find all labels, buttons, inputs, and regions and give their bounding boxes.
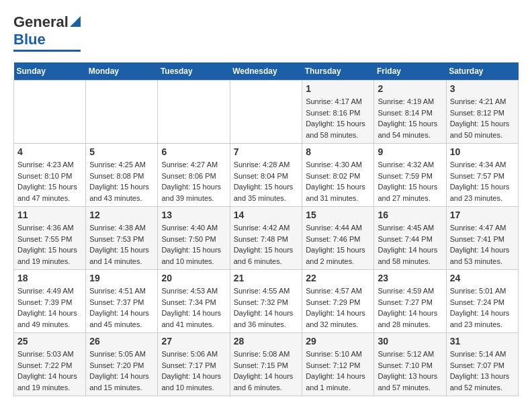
calendar-cell: 4Sunrise: 4:23 AMSunset: 8:10 PMDaylight… <box>14 144 86 207</box>
day-number: 23 <box>378 273 442 283</box>
day-number: 3 <box>450 83 515 94</box>
day-number: 20 <box>161 273 226 283</box>
day-number: 7 <box>234 146 299 157</box>
day-number: 16 <box>378 210 442 220</box>
calendar-week-4: 18Sunrise: 4:49 AMSunset: 7:39 PMDayligh… <box>14 270 519 333</box>
day-info: Sunrise: 4:21 AMSunset: 8:12 PMDaylight:… <box>450 96 515 140</box>
calendar-week-5: 25Sunrise: 5:03 AMSunset: 7:22 PMDayligh… <box>14 333 519 396</box>
header-cell-sunday: Sunday <box>14 62 86 81</box>
day-info: Sunrise: 4:55 AMSunset: 7:32 PMDaylight:… <box>234 285 299 330</box>
day-info: Sunrise: 4:45 AMSunset: 7:44 PMDaylight:… <box>378 222 442 267</box>
day-number: 31 <box>450 336 515 347</box>
calendar-cell: 8Sunrise: 4:30 AMSunset: 8:02 PMDaylight… <box>302 144 374 207</box>
day-number: 14 <box>234 210 299 220</box>
calendar-cell: 28Sunrise: 5:08 AMSunset: 7:15 PMDayligh… <box>230 333 302 396</box>
calendar-cell: 7Sunrise: 4:28 AMSunset: 8:04 PMDaylight… <box>230 144 302 207</box>
day-info: Sunrise: 4:34 AMSunset: 7:57 PMDaylight:… <box>450 159 515 203</box>
calendar-cell <box>158 81 230 144</box>
calendar-week-2: 4Sunrise: 4:23 AMSunset: 8:10 PMDaylight… <box>14 144 519 207</box>
calendar-cell: 21Sunrise: 4:55 AMSunset: 7:32 PMDayligh… <box>230 270 302 333</box>
day-number: 17 <box>450 210 515 220</box>
calendar-cell <box>14 81 86 144</box>
calendar-cell: 17Sunrise: 4:47 AMSunset: 7:41 PMDayligh… <box>446 207 518 270</box>
day-info: Sunrise: 4:23 AMSunset: 8:10 PMDaylight:… <box>17 159 82 203</box>
day-info: Sunrise: 4:38 AMSunset: 7:53 PMDaylight:… <box>89 222 154 267</box>
calendar-cell: 26Sunrise: 5:05 AMSunset: 7:20 PMDayligh… <box>86 333 158 396</box>
calendar-cell: 27Sunrise: 5:06 AMSunset: 7:17 PMDayligh… <box>158 333 230 396</box>
day-info: Sunrise: 4:36 AMSunset: 7:55 PMDaylight:… <box>17 222 82 267</box>
calendar-cell: 9Sunrise: 4:32 AMSunset: 7:59 PMDaylight… <box>374 144 446 207</box>
header-cell-saturday: Saturday <box>446 62 518 81</box>
day-number: 13 <box>161 210 226 220</box>
day-number: 1 <box>306 83 370 94</box>
calendar-cell: 29Sunrise: 5:10 AMSunset: 7:12 PMDayligh… <box>302 333 374 396</box>
day-info: Sunrise: 5:10 AMSunset: 7:12 PMDaylight:… <box>306 349 370 393</box>
header-row: SundayMondayTuesdayWednesdayThursdayFrid… <box>14 62 519 81</box>
day-number: 25 <box>17 336 82 347</box>
calendar-cell: 22Sunrise: 4:57 AMSunset: 7:29 PMDayligh… <box>302 270 374 333</box>
day-number: 2 <box>378 83 442 94</box>
day-number: 30 <box>378 336 442 347</box>
logo-underline <box>13 50 81 52</box>
logo: General Blue <box>13 13 81 52</box>
day-number: 6 <box>161 146 226 157</box>
logo-blue: Blue <box>13 31 46 48</box>
day-number: 9 <box>378 146 442 157</box>
calendar-cell: 24Sunrise: 5:01 AMSunset: 7:24 PMDayligh… <box>446 270 518 333</box>
day-info: Sunrise: 4:32 AMSunset: 7:59 PMDaylight:… <box>378 159 442 203</box>
day-number: 8 <box>306 146 370 157</box>
day-info: Sunrise: 4:27 AMSunset: 8:06 PMDaylight:… <box>161 159 226 203</box>
day-info: Sunrise: 4:49 AMSunset: 7:39 PMDaylight:… <box>17 285 82 330</box>
day-number: 12 <box>89 210 154 220</box>
day-number: 11 <box>17 210 82 220</box>
day-number: 29 <box>306 336 370 347</box>
header-cell-tuesday: Tuesday <box>158 62 230 81</box>
day-number: 10 <box>450 146 515 157</box>
calendar-cell: 23Sunrise: 4:59 AMSunset: 7:27 PMDayligh… <box>374 270 446 333</box>
calendar-cell: 10Sunrise: 4:34 AMSunset: 7:57 PMDayligh… <box>446 144 518 207</box>
svg-marker-0 <box>70 16 81 27</box>
page-header: General Blue <box>13 13 519 52</box>
calendar-cell: 2Sunrise: 4:19 AMSunset: 8:14 PMDaylight… <box>374 81 446 144</box>
day-info: Sunrise: 5:08 AMSunset: 7:15 PMDaylight:… <box>234 349 299 393</box>
header-cell-wednesday: Wednesday <box>230 62 302 81</box>
day-info: Sunrise: 5:05 AMSunset: 7:20 PMDaylight:… <box>89 349 154 393</box>
day-info: Sunrise: 5:12 AMSunset: 7:10 PMDaylight:… <box>378 349 442 393</box>
day-info: Sunrise: 5:06 AMSunset: 7:17 PMDaylight:… <box>161 349 226 393</box>
day-number: 19 <box>89 273 154 283</box>
calendar-cell: 6Sunrise: 4:27 AMSunset: 8:06 PMDaylight… <box>158 144 230 207</box>
calendar-cell: 15Sunrise: 4:44 AMSunset: 7:46 PMDayligh… <box>302 207 374 270</box>
day-number: 4 <box>17 146 82 157</box>
day-info: Sunrise: 4:53 AMSunset: 7:34 PMDaylight:… <box>161 285 226 330</box>
logo-triangle-icon <box>70 16 81 27</box>
header-cell-monday: Monday <box>86 62 158 81</box>
header-cell-thursday: Thursday <box>302 62 374 81</box>
calendar-cell: 25Sunrise: 5:03 AMSunset: 7:22 PMDayligh… <box>14 333 86 396</box>
day-info: Sunrise: 4:40 AMSunset: 7:50 PMDaylight:… <box>161 222 226 267</box>
day-number: 21 <box>234 273 299 283</box>
calendar-cell: 5Sunrise: 4:25 AMSunset: 8:08 PMDaylight… <box>86 144 158 207</box>
header-cell-friday: Friday <box>374 62 446 81</box>
day-number: 26 <box>89 336 154 347</box>
calendar-cell: 11Sunrise: 4:36 AMSunset: 7:55 PMDayligh… <box>14 207 86 270</box>
day-number: 5 <box>89 146 154 157</box>
calendar-cell: 31Sunrise: 5:14 AMSunset: 7:07 PMDayligh… <box>446 333 518 396</box>
day-info: Sunrise: 4:17 AMSunset: 8:16 PMDaylight:… <box>306 96 370 140</box>
calendar-table: SundayMondayTuesdayWednesdayThursdayFrid… <box>13 62 519 396</box>
calendar-week-1: 1Sunrise: 4:17 AMSunset: 8:16 PMDaylight… <box>14 81 519 144</box>
calendar-cell: 14Sunrise: 4:42 AMSunset: 7:48 PMDayligh… <box>230 207 302 270</box>
day-info: Sunrise: 4:44 AMSunset: 7:46 PMDaylight:… <box>306 222 370 267</box>
calendar-cell: 3Sunrise: 4:21 AMSunset: 8:12 PMDaylight… <box>446 81 518 144</box>
calendar-cell: 1Sunrise: 4:17 AMSunset: 8:16 PMDaylight… <box>302 81 374 144</box>
calendar-week-3: 11Sunrise: 4:36 AMSunset: 7:55 PMDayligh… <box>14 207 519 270</box>
calendar-cell: 12Sunrise: 4:38 AMSunset: 7:53 PMDayligh… <box>86 207 158 270</box>
day-info: Sunrise: 4:30 AMSunset: 8:02 PMDaylight:… <box>306 159 370 203</box>
calendar-cell: 19Sunrise: 4:51 AMSunset: 7:37 PMDayligh… <box>86 270 158 333</box>
calendar-cell: 16Sunrise: 4:45 AMSunset: 7:44 PMDayligh… <box>374 207 446 270</box>
day-number: 27 <box>161 336 226 347</box>
calendar-cell <box>230 81 302 144</box>
day-info: Sunrise: 4:51 AMSunset: 7:37 PMDaylight:… <box>89 285 154 330</box>
day-info: Sunrise: 4:42 AMSunset: 7:48 PMDaylight:… <box>234 222 299 267</box>
day-info: Sunrise: 4:57 AMSunset: 7:29 PMDaylight:… <box>306 285 370 330</box>
calendar-cell <box>86 81 158 144</box>
